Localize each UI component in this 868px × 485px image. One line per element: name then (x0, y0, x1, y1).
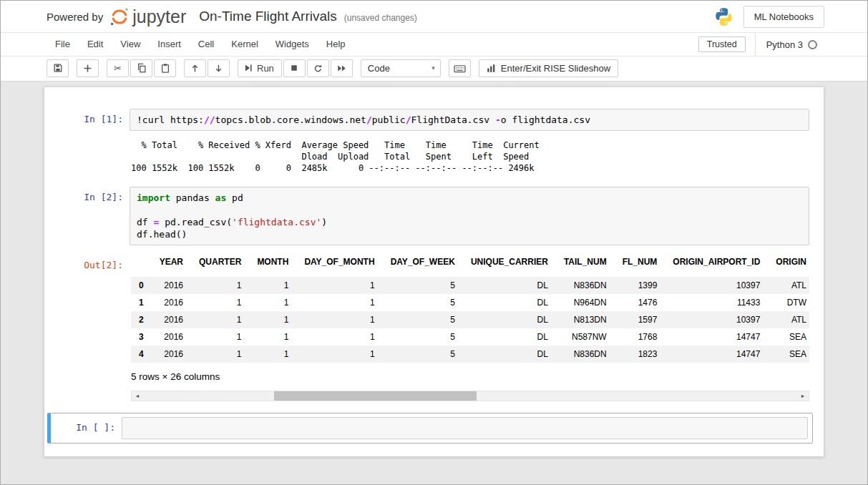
interrupt-kernel-button[interactable] (283, 59, 306, 77)
save-icon (53, 63, 63, 73)
table-cell: SEA (768, 346, 809, 363)
input-prompt-3: In [ ]: (51, 417, 122, 433)
code-token: df (137, 217, 153, 227)
ml-notebooks-button[interactable]: ML Notebooks (743, 6, 824, 28)
notebook-scroll-area[interactable]: In [1]: !curl https://topcs.blob.core.wi… (1, 82, 867, 484)
output-area-2: Out[2]: YEARQUARTERMONTHDAY_OF_MONTHDAY_… (54, 248, 809, 406)
table-cell: 1 (191, 277, 249, 294)
add-cell-button[interactable] (77, 59, 99, 77)
horizontal-scrollbar[interactable]: ◄ ► (131, 391, 809, 401)
table-cell: 2016 (152, 346, 191, 363)
table-cell: DTW (768, 294, 809, 311)
table-cell: 1 (191, 346, 249, 363)
menu-item-insert[interactable]: Insert (149, 33, 190, 56)
output-content-2: YEARQUARTERMONTHDAY_OF_MONTHDAY_OF_WEEKU… (130, 248, 809, 406)
code-input-1[interactable]: !curl https://topcs.blob.core.windows.ne… (130, 109, 809, 131)
table-cell: 10397 (665, 311, 768, 328)
table-cell: 5 (383, 311, 463, 328)
trusted-badge[interactable]: Trusted (698, 36, 746, 52)
output-area-1: % Total % Received % Xferd Average Speed… (54, 134, 809, 180)
menu-item-kernel[interactable]: Kernel (223, 33, 267, 56)
rise-slideshow-button[interactable]: Enter/Exit RISE Slideshow (479, 59, 618, 77)
menu-item-widgets[interactable]: Widgets (267, 33, 318, 56)
column-header: TAIL_NUM (556, 253, 615, 277)
code-token: o flightdata.csv (501, 114, 590, 125)
table-cell: 1 (296, 277, 382, 294)
table-cell: N836DN (556, 346, 615, 363)
menu-item-view[interactable]: View (112, 33, 149, 56)
empty-code-cell[interactable]: In [ ]: (47, 413, 813, 444)
move-cell-up-button[interactable] (184, 59, 206, 77)
dataframe-table: YEARQUARTERMONTHDAY_OF_MONTHDAY_OF_WEEKU… (131, 253, 809, 363)
run-cell-button[interactable]: Run (238, 59, 282, 77)
restart-icon (313, 64, 323, 73)
kernel-name: Python 3 (766, 39, 803, 50)
code-token: pd (226, 192, 243, 203)
table-cell: 5 (383, 346, 463, 363)
copy-cell-button[interactable] (130, 59, 152, 77)
jupyter-logo-icon (109, 7, 130, 26)
code-editor-2[interactable]: import pandas as pd df = pd.read_csv('fl… (137, 192, 802, 240)
row-index-cell: 4 (131, 346, 152, 363)
column-header: QUARTER (191, 253, 249, 277)
save-button[interactable] (47, 59, 69, 77)
notebook-container: In [1]: !curl https://topcs.blob.core.wi… (44, 87, 824, 456)
table-cell: 1399 (615, 277, 665, 294)
move-cell-down-button[interactable] (208, 59, 230, 77)
jupyter-app: Powered by jupyter On-Time Flight Arriva… (0, 0, 868, 485)
dataframe-scroll-area[interactable]: YEARQUARTERMONTHDAY_OF_MONTHDAY_OF_WEEKU… (131, 253, 809, 363)
restart-run-all-button[interactable] (331, 59, 353, 77)
jupyter-logo[interactable]: jupyter (109, 6, 186, 27)
code-cell-2[interactable]: In [2]: import pandas as pd df = pd.read… (54, 184, 809, 248)
toolbar: ✂ (1, 57, 867, 82)
scrollbar-thumb[interactable] (274, 391, 477, 401)
cell-type-value: Code (368, 63, 390, 74)
output-prompt-2: Out[2]: (54, 248, 130, 270)
row-index-cell: 3 (131, 328, 152, 346)
menu-item-cell[interactable]: Cell (190, 33, 223, 56)
table-row: 220161115DLN813DN159710397ATL... (131, 311, 809, 328)
code-input-3[interactable] (122, 417, 808, 439)
code-token: ) (321, 217, 327, 227)
code-cell-1[interactable]: In [1]: !curl https://topcs.blob.core.wi… (54, 106, 809, 134)
code-editor-1[interactable]: !curl https://topcs.blob.core.windows.ne… (137, 114, 802, 126)
menubar: File Edit View Insert Cell Kernel Widget… (1, 33, 867, 57)
table-row: 020161115DLN836DN139910397ATL... (131, 277, 809, 294)
table-cell: 1768 (615, 328, 665, 346)
code-editor-3[interactable] (129, 422, 801, 434)
table-cell: 1476 (615, 294, 665, 311)
code-token: / (406, 114, 411, 125)
python-logo-icon (714, 7, 733, 26)
table-cell: 1597 (615, 311, 665, 328)
code-input-2[interactable]: import pandas as pd df = pd.read_csv('fl… (130, 187, 809, 245)
scroll-right-button[interactable]: ► (797, 391, 809, 401)
scrollbar-track[interactable] (143, 391, 797, 401)
paste-cell-button[interactable] (154, 59, 176, 77)
input-prompt-2: In [2]: (54, 187, 130, 202)
row-index-cell: 1 (131, 294, 152, 311)
cell-type-dropdown[interactable]: Code ▾ (361, 59, 441, 77)
table-cell: N813DN (556, 311, 615, 328)
table-cell: N587NW (556, 328, 615, 346)
table-cell: DL (463, 311, 556, 328)
restart-kernel-button[interactable] (307, 59, 329, 77)
table-cell: 1 (191, 311, 249, 328)
code-token: pd.read_csv( (159, 217, 232, 227)
cut-cell-button[interactable]: ✂ (107, 59, 129, 77)
output-content-1: % Total % Received % Xferd Average Speed… (130, 134, 809, 180)
notebook-title[interactable]: On-Time Flight Arrivals (199, 9, 337, 24)
menu-item-edit[interactable]: Edit (79, 33, 112, 56)
menu-item-file[interactable]: File (47, 33, 79, 56)
table-cell: DL (463, 294, 556, 311)
keyboard-icon (454, 63, 466, 74)
dataframe-body: 020161115DLN836DN139910397ATL...12016111… (131, 277, 809, 363)
table-cell: DL (463, 277, 556, 294)
step-forward-icon (244, 64, 253, 72)
menu-item-help[interactable]: Help (318, 33, 354, 56)
scroll-left-button[interactable]: ◄ (132, 391, 143, 401)
copy-icon (137, 63, 147, 73)
command-palette-button[interactable] (449, 59, 471, 77)
chevron-down-icon: ▾ (431, 64, 435, 72)
column-header: ORIGIN_AIRPORT_ID (665, 253, 768, 277)
row-index-cell: 2 (131, 311, 152, 328)
